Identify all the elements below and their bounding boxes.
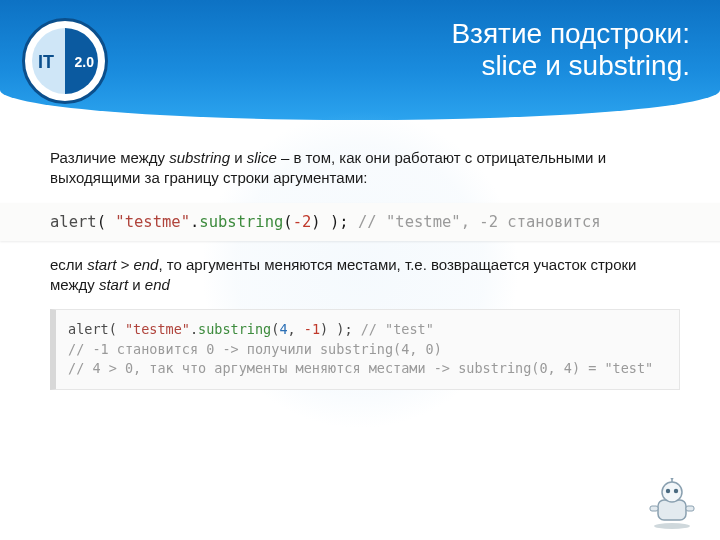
code2-comment-2: // -1 становится 0 -> получили substring… xyxy=(68,341,442,357)
robot-mascot-icon xyxy=(640,478,704,530)
para2-em-end: end xyxy=(145,276,170,293)
para1-em-substring: substring xyxy=(169,149,230,166)
robot-icon xyxy=(640,478,704,530)
it-logo: IT 2.0 xyxy=(22,18,108,104)
code2-string: "testme" xyxy=(125,321,190,337)
code1-paren-open: ( xyxy=(97,213,116,231)
code2-method: substring xyxy=(198,321,271,337)
svg-rect-1 xyxy=(658,500,686,520)
code2-args-close: ) xyxy=(320,321,328,337)
svg-point-2 xyxy=(662,482,682,502)
code1-method: substring xyxy=(199,213,283,231)
code2-paren-close: ); xyxy=(328,321,361,337)
code1-paren-close: ); xyxy=(321,213,349,231)
title-line-2: slice и substring. xyxy=(451,50,690,82)
para2-mid2: и xyxy=(128,276,145,293)
logo-text-version: 2.0 xyxy=(75,54,94,70)
svg-point-6 xyxy=(671,478,674,480)
code-block-1: alert( "testme".substring(-2) ); // "tes… xyxy=(0,203,720,241)
svg-point-0 xyxy=(654,523,690,529)
svg-point-4 xyxy=(674,489,678,493)
paragraph-intro: Различие между substring и slice – в том… xyxy=(50,148,680,189)
code2-arg-neg1: -1 xyxy=(304,321,320,337)
svg-point-3 xyxy=(666,489,670,493)
code1-string: "testme" xyxy=(115,213,190,231)
code1-arg-neg2: -2 xyxy=(293,213,312,231)
code1-args-close: ) xyxy=(311,213,320,231)
title-line-1: Взятие подстроки: xyxy=(451,18,690,50)
code1-args-open: ( xyxy=(283,213,292,231)
para2-em-cond: start > end xyxy=(87,256,158,273)
code2-paren-open: ( xyxy=(109,321,125,337)
code2-fn-alert: alert xyxy=(68,321,109,337)
svg-rect-7 xyxy=(650,506,658,511)
code1-fn-alert: alert xyxy=(50,213,97,231)
para1-pre: Различие между xyxy=(50,149,169,166)
code2-arg-4: 4 xyxy=(279,321,287,337)
code1-dot: . xyxy=(190,213,199,231)
code-block-2: alert( "testme".substring(4, -1) ); // "… xyxy=(50,309,680,390)
para1-mid: и xyxy=(230,149,247,166)
para2-em-start: start xyxy=(99,276,128,293)
code2-comment-1: // "test" xyxy=(361,321,434,337)
code2-comma: , xyxy=(288,321,304,337)
slide-title: Взятие подстроки: slice и substring. xyxy=(451,18,690,82)
code2-dot: . xyxy=(190,321,198,337)
para2-pre: если xyxy=(50,256,87,273)
slide-body: Различие между substring и slice – в том… xyxy=(50,148,680,390)
para1-em-slice: slice xyxy=(247,149,277,166)
code2-comment-3: // 4 > 0, так что аргументы меняются мес… xyxy=(68,360,653,376)
paragraph-swap: если start > end, то аргументы меняются … xyxy=(50,255,680,296)
code1-comment: // "testme", -2 становится xyxy=(349,213,601,231)
logo-text-it: IT xyxy=(38,52,54,73)
svg-rect-8 xyxy=(686,506,694,511)
